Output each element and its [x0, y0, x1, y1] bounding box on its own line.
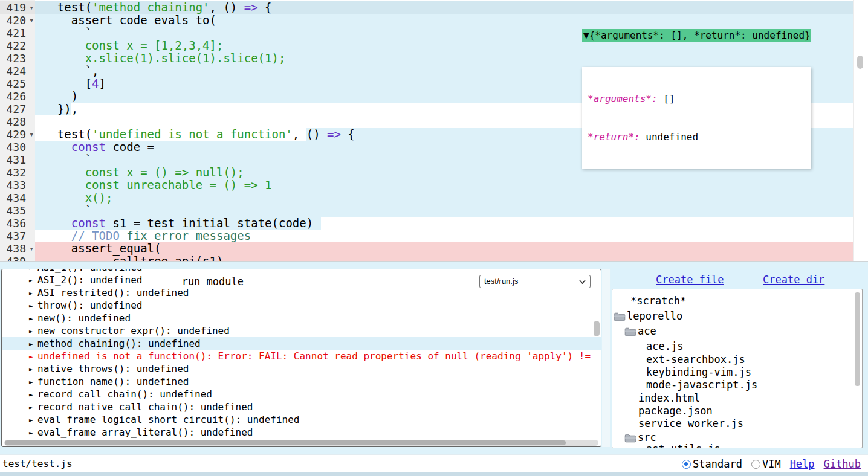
code-line[interactable]: const x = [1,2,3,4]; — [44, 39, 223, 52]
test-result-row[interactable]: ►function name(): undefined — [2, 375, 601, 388]
code-line[interactable]: // TODO fix error messages — [44, 230, 251, 242]
expand-arrow-icon[interactable]: ► — [29, 325, 37, 338]
run-module-select[interactable]: test/run.js — [479, 275, 591, 288]
results-hscrollbar-thumb[interactable] — [5, 440, 566, 445]
file-tree-item[interactable]: *scratch* — [612, 294, 860, 307]
code-line[interactable]: const s1 = test_initial_state(code) — [44, 217, 313, 230]
code-line[interactable]: ` — [44, 204, 92, 217]
results-vscrollbar-thumb[interactable] — [594, 321, 600, 336]
test-result-row[interactable]: ►record native call chain(): undefined — [2, 400, 601, 413]
code-line[interactable]: test('undefined is not a function', () =… — [44, 128, 355, 141]
code-line[interactable]: const x = () => null(); — [44, 166, 244, 179]
gutter-line-number[interactable]: 423 — [0, 52, 35, 65]
fold-arrow-icon[interactable]: ▾ — [29, 128, 34, 141]
gutter-line-number[interactable]: 428 — [0, 115, 35, 128]
tooltip-entry[interactable]: *return*: undefined — [588, 130, 811, 143]
gutter-line-number[interactable]: 421 — [0, 27, 35, 39]
code-line[interactable]: x(); — [44, 191, 112, 204]
radio-standard-icon[interactable] — [682, 460, 691, 469]
code-line[interactable]: ` — [44, 27, 92, 39]
test-result-row[interactable]: ►new constructor expr(): undefined — [2, 324, 601, 337]
expand-arrow-icon[interactable]: ► — [29, 287, 37, 300]
expand-arrow-icon[interactable]: ► — [29, 312, 37, 325]
code-line[interactable]: const code = — [44, 141, 154, 153]
test-results-panel[interactable]: ►ASI_1(): undefined►ASI_2(): undefined►A… — [1, 269, 601, 447]
file-tree-item[interactable]: ace.js — [612, 339, 860, 353]
gutter-line-number[interactable]: 424 — [0, 65, 35, 77]
expand-arrow-icon[interactable]: ► — [29, 274, 37, 287]
files-vscrollbar-thumb[interactable] — [855, 292, 860, 386]
editor-gutter[interactable]: 419▾420▾421422423424425426427428429▾4304… — [0, 0, 35, 262]
expand-arrow-icon[interactable]: ► — [29, 376, 37, 388]
gutter-line-number[interactable]: 432 — [0, 166, 35, 179]
file-tree-item[interactable]: mode-javascript.js — [612, 378, 860, 391]
tooltip-entry[interactable]: *arguments*: [] — [588, 92, 811, 105]
gutter-line-number[interactable]: 436 — [0, 217, 35, 230]
file-tree-item[interactable]: package.json — [612, 404, 860, 417]
test-result-row[interactable]: ►record call chain(): undefined — [2, 388, 601, 400]
code-line[interactable]: x.slice(1).slice(1).slice(1); — [44, 52, 285, 65]
code-line[interactable]: `, — [44, 65, 99, 77]
expand-arrow-icon[interactable]: ► — [29, 338, 37, 350]
expand-arrow-icon[interactable]: ► — [29, 388, 37, 401]
test-result-row[interactable]: ►ASI_restrited(): undefined — [2, 286, 601, 299]
file-tree-panel[interactable]: *scratch*leporelloaceace.jsext-searchbox… — [612, 289, 863, 448]
keybinding-vim-option[interactable]: VIM — [751, 458, 781, 470]
file-tree-folder[interactable]: ace — [612, 324, 860, 338]
expand-arrow-icon[interactable]: ► — [29, 350, 37, 363]
code-line[interactable]: ` — [44, 153, 92, 166]
gutter-line-number[interactable]: 434 — [0, 191, 35, 204]
expand-arrow-icon[interactable]: ► — [29, 300, 37, 312]
code-line[interactable]: }), — [44, 103, 78, 115]
expand-arrow-icon[interactable]: ► — [29, 414, 37, 426]
file-tree-item[interactable]: service_worker.js — [612, 417, 860, 430]
tooltip-header[interactable]: ▼{*arguments*: [], *return*: undefined} — [582, 29, 811, 42]
file-tree-item[interactable]: ext-searchbox.js — [612, 353, 860, 366]
gutter-line-number[interactable]: 431 — [0, 153, 35, 166]
file-tree-folder[interactable]: leporello — [612, 309, 860, 323]
create-file-link[interactable]: Create file — [656, 274, 724, 286]
gutter-line-number[interactable]: 437 — [0, 230, 35, 242]
create-dir-link[interactable]: Create dir — [763, 274, 824, 286]
editor-scrollbar[interactable] — [853, 0, 868, 262]
expand-arrow-icon[interactable]: ► — [29, 426, 37, 439]
file-tree-item[interactable]: ast_utils.js — [612, 442, 860, 448]
gutter-line-number[interactable]: 429▾ — [0, 128, 35, 141]
results-hscrollbar[interactable] — [4, 440, 598, 446]
test-result-row[interactable]: ►eval_frame logical short circuit(): und… — [2, 413, 601, 426]
help-link[interactable]: Help — [790, 458, 815, 470]
code-line[interactable]: [4] — [44, 77, 106, 90]
test-result-row[interactable]: ►throw(): undefined — [2, 299, 601, 312]
gutter-line-number[interactable]: 438▾ — [0, 242, 35, 255]
code-line[interactable]: const unreachable = () => 1 — [44, 179, 272, 191]
gutter-line-number[interactable]: 420▾ — [0, 14, 35, 27]
gutter-line-number[interactable]: 435 — [0, 204, 35, 217]
code-line[interactable]: assert_equal( — [44, 242, 161, 255]
code-line[interactable]: calltree_api(s1) — [44, 255, 223, 262]
test-result-row[interactable]: ►eval_frame array_literal(): undefined — [2, 426, 601, 439]
gutter-line-number[interactable]: 430 — [0, 141, 35, 153]
expand-arrow-icon[interactable]: ► — [29, 363, 37, 376]
fold-arrow-icon[interactable]: ▾ — [29, 14, 34, 27]
test-result-row[interactable]: ►native throws(): undefined — [2, 362, 601, 375]
gutter-line-number[interactable]: 439 — [0, 255, 35, 262]
file-tree-item[interactable]: index.html — [612, 391, 860, 405]
test-result-row[interactable]: ►method chaining(): undefined — [2, 337, 601, 350]
gutter-line-number[interactable]: 433 — [0, 179, 35, 191]
code-line[interactable]: test('method chaining', () => { — [44, 1, 272, 14]
github-link[interactable]: Github — [824, 458, 861, 470]
expand-arrow-icon[interactable]: ► — [29, 401, 37, 414]
test-result-row[interactable]: ►new(): undefined — [2, 312, 601, 324]
code-line[interactable]: ) — [44, 90, 78, 103]
test-result-row[interactable]: ►undefined is not a function(): Error: F… — [2, 350, 601, 362]
file-tree-item[interactable]: keybinding-vim.js — [612, 365, 860, 379]
gutter-line-number[interactable]: 426 — [0, 90, 35, 103]
fold-arrow-icon[interactable]: ▾ — [29, 1, 34, 14]
gutter-line-number[interactable]: 425 — [0, 77, 35, 90]
keybinding-standard-option[interactable]: Standard — [682, 458, 742, 470]
radio-vim-icon[interactable] — [751, 460, 760, 469]
editor-scrollbar-thumb[interactable] — [857, 56, 863, 69]
test-result-row[interactable]: ►ASI_1(): undefined — [2, 269, 601, 274]
fold-arrow-icon[interactable]: ▾ — [29, 242, 34, 255]
gutter-line-number[interactable]: 427 — [0, 103, 35, 115]
